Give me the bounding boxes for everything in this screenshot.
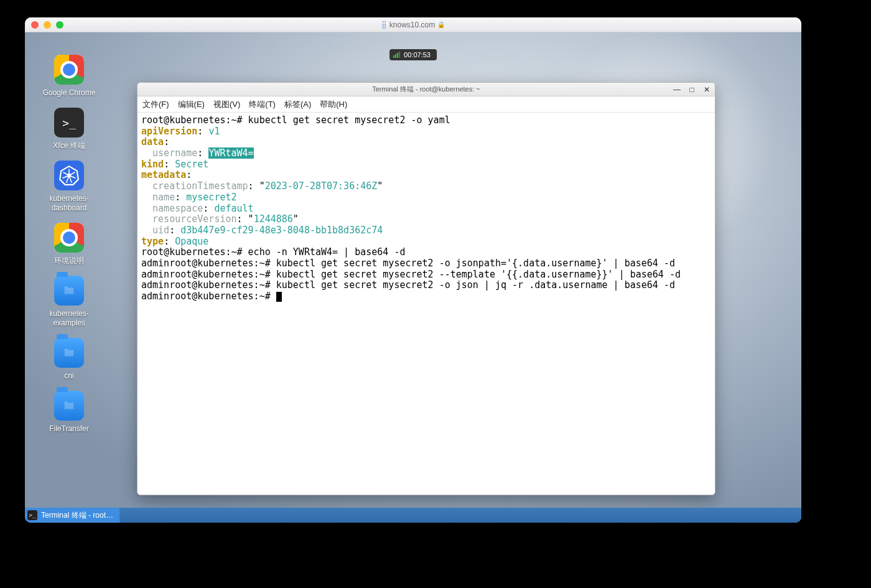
desktop-icons: Google Chrome Xfce 终端 kubernetes- dashbo… (35, 55, 103, 434)
prompt: root@kubernetes:~# (169, 279, 271, 291)
yaml-type: Opaque (175, 236, 208, 247)
menu-view[interactable]: 视图(V) (213, 99, 240, 110)
cmd-line: kubectl get secret mysecret2 -o jsonpath… (276, 258, 675, 269)
menu-file[interactable]: 文件(F) (142, 99, 169, 110)
output: admin (141, 291, 169, 302)
tune-icon: ⣿ (381, 21, 387, 29)
prompt: root@kubernetes:~# (169, 258, 271, 269)
timer-text: 00:07:53 (404, 51, 431, 58)
output: admin (141, 269, 169, 280)
folder-icon (54, 276, 84, 306)
outer-mac-window: ⣿ knows10.com 🔒 00:07:53 Google Chrome X… (25, 17, 801, 523)
yaml-username-b64: YWRtaW4= (208, 147, 253, 159)
address-bar: ⣿ knows10.com 🔒 (381, 21, 445, 29)
desktop-icon-k8s-dashboard[interactable]: kubernetes- dashboard (35, 161, 103, 213)
prompt: root@kubernetes:~# (141, 114, 243, 126)
window-maximize-icon[interactable]: □ (687, 85, 696, 94)
desktop-icon-env-readme[interactable]: 环境说明 (35, 223, 103, 266)
cmd-line: kubectl get secret mysecret2 -o json | j… (276, 279, 675, 291)
yaml-apiversion: v1 (208, 126, 220, 137)
menu-tabs[interactable]: 标签(A) (284, 99, 311, 110)
prompt: root@kubernetes:~# (169, 291, 271, 302)
yaml-uid: d3b447e9-cf29-48e3-8048-bb1b8d362c74 (180, 225, 383, 236)
chrome-icon (54, 223, 84, 253)
folder-icon (54, 391, 84, 421)
terminal-titlebar[interactable]: Terminal 终端 - root@kubernetes: ~ — □ ✕ (137, 83, 715, 96)
output: admin (141, 258, 169, 269)
output: admin (141, 279, 169, 291)
menu-help[interactable]: 帮助(H) (320, 99, 347, 110)
remote-desktop[interactable]: 00:07:53 Google Chrome Xfce 终端 kubernete… (25, 32, 801, 523)
traffic-light-max-icon[interactable] (56, 21, 63, 29)
desktop-icon-xfce-terminal[interactable]: Xfce 终端 (35, 108, 103, 151)
yaml-creation-ts: 2023-07-28T07:36:46Z (265, 180, 378, 192)
kubernetes-icon (54, 161, 84, 190)
url-text: knows10.com (389, 21, 435, 29)
chrome-icon (54, 55, 84, 85)
prompt: root@kubernetes:~# (169, 269, 271, 280)
menu-terminal[interactable]: 终端(T) (249, 99, 276, 110)
yaml-name: mysecret2 (186, 192, 236, 203)
terminal-icon: >_ (27, 510, 37, 520)
window-minimize-icon[interactable]: — (673, 85, 681, 94)
mac-titlebar: ⣿ knows10.com 🔒 (25, 17, 801, 32)
taskbar-item-label: Terminal 终端 - root… (41, 510, 113, 521)
folder-icon (54, 338, 84, 368)
window-close-icon[interactable]: ✕ (702, 85, 711, 94)
terminal-icon (54, 108, 84, 138)
terminal-window[interactable]: Terminal 终端 - root@kubernetes: ~ — □ ✕ 文… (137, 82, 715, 495)
yaml-resver: 1244886 (254, 213, 293, 225)
taskbar[interactable]: >_ Terminal 终端 - root… (25, 508, 801, 523)
cmd-line: kubectl get secret mysecret2 -o yaml (248, 114, 450, 126)
desktop-icon-chrome[interactable]: Google Chrome (35, 55, 103, 98)
cursor-icon (276, 292, 282, 302)
lock-icon: 🔒 (437, 21, 445, 28)
desktop-icon-k8s-examples[interactable]: kubernetes- examples (35, 276, 103, 328)
terminal-title: Terminal 终端 - root@kubernetes: ~ (372, 85, 480, 94)
desktop-icon-cni[interactable]: cni (35, 338, 103, 381)
desktop-icon-filetransfer[interactable]: FileTransfer (35, 391, 103, 434)
prompt: root@kubernetes:~# (141, 246, 243, 258)
signal-icon (393, 52, 400, 58)
traffic-light-min-icon[interactable] (44, 21, 51, 29)
terminal-body[interactable]: root@kubernetes:~# kubectl get secret my… (137, 113, 715, 495)
yaml-namespace: default (214, 203, 253, 214)
traffic-light-close-icon[interactable] (31, 21, 39, 29)
yaml-kind: Secret (175, 159, 208, 170)
taskbar-item-terminal[interactable]: >_ Terminal 终端 - root… (25, 508, 120, 523)
session-timer: 00:07:53 (389, 49, 437, 60)
cmd-line: kubectl get secret mysecret2 --template … (276, 269, 681, 280)
menu-edit[interactable]: 编辑(E) (178, 99, 205, 110)
terminal-menubar[interactable]: 文件(F) 编辑(E) 视图(V) 终端(T) 标签(A) 帮助(H) (137, 96, 715, 113)
cmd-line: echo -n YWRtaW4= | base64 -d (248, 246, 406, 258)
